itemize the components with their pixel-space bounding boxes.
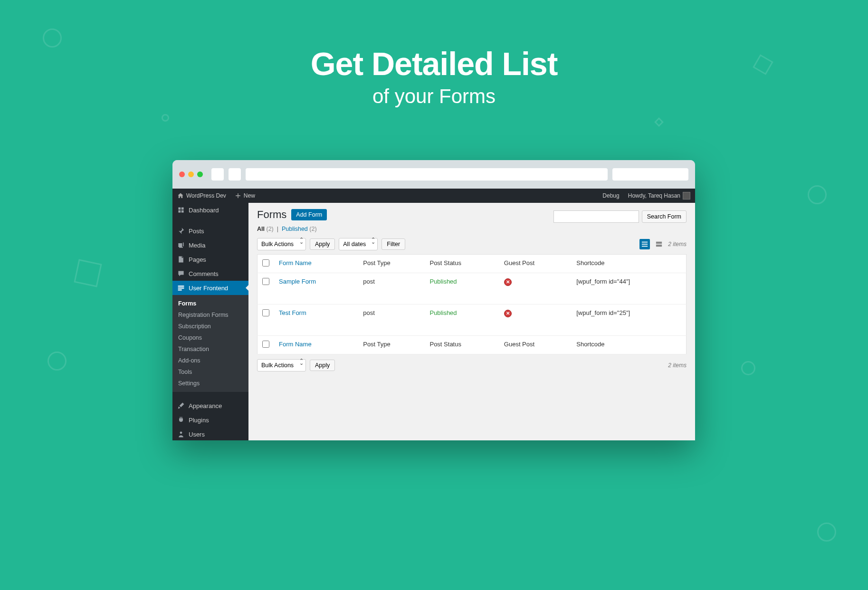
- col-post-status: Post Status: [425, 255, 499, 273]
- submenu-addons[interactable]: Add-ons: [172, 355, 248, 366]
- sidebar-item-label: Plugins: [189, 417, 209, 424]
- user-icon: [177, 430, 185, 438]
- comment-icon: [177, 270, 185, 277]
- row-post-type: post: [358, 305, 425, 336]
- admin-sidebar: Dashboard Posts Media Pages Comments U: [172, 189, 248, 440]
- sidebar-item-appearance[interactable]: Appearance: [172, 399, 248, 413]
- brush-icon: [177, 402, 185, 409]
- row-shortcode: [wpuf_form id="25"]: [572, 305, 686, 336]
- col-guest-post: Guest Post: [499, 255, 572, 273]
- submenu-forms[interactable]: Forms: [172, 298, 248, 309]
- address-bar[interactable]: [246, 168, 608, 181]
- sidebar-item-label: User Frontend: [189, 285, 228, 292]
- sidebar-item-media[interactable]: Media: [172, 238, 248, 252]
- sidebar-item-label: Comments: [189, 270, 219, 277]
- sidebar-item-label: Posts: [189, 228, 204, 235]
- row-post-type: post: [358, 273, 425, 305]
- svg-rect-6: [642, 246, 648, 247]
- sidebar-item-dashboard[interactable]: Dashboard: [172, 203, 248, 217]
- svg-rect-5: [642, 244, 648, 245]
- submenu-registration-forms[interactable]: Registration Forms: [172, 309, 248, 321]
- row-post-status: Published: [429, 278, 457, 285]
- search-form-button[interactable]: Search Form: [642, 210, 687, 223]
- sidebar-item-label: Pages: [189, 256, 206, 263]
- svg-rect-4: [642, 242, 648, 243]
- page-title: Forms: [257, 209, 286, 221]
- sidebar-item-comments[interactable]: Comments: [172, 266, 248, 281]
- form-name-link[interactable]: Sample Form: [279, 278, 316, 285]
- table-row: Test Form post Published ✕ [wpuf_form id…: [258, 305, 687, 336]
- avatar-icon: [683, 192, 690, 200]
- table-row: Sample Form post Published ✕ [wpuf_form …: [258, 273, 687, 305]
- nav-back-button[interactable]: [211, 168, 224, 181]
- svg-rect-0: [178, 285, 184, 286]
- select-all-checkbox-footer[interactable]: [262, 341, 269, 348]
- filter-published[interactable]: Published: [282, 226, 308, 232]
- sidebar-item-users[interactable]: Users: [172, 427, 248, 440]
- sidebar-item-label: Dashboard: [189, 207, 219, 214]
- adminbar-new-label: New: [244, 192, 255, 199]
- view-list-icon[interactable]: [639, 239, 650, 249]
- items-count: 2 items: [668, 241, 687, 247]
- sidebar-item-plugins[interactable]: Plugins: [172, 413, 248, 427]
- filter-button[interactable]: Filter: [382, 238, 405, 250]
- forms-table: Form Name Post Type Post Status Guest Po…: [257, 254, 687, 354]
- sidebar-item-label: Media: [189, 242, 205, 249]
- sidebar-item-label: Users: [189, 431, 205, 438]
- adminbar-howdy-label: Howdy, Tareq Hasan: [628, 192, 680, 199]
- row-checkbox[interactable]: [262, 309, 269, 316]
- close-dot-icon[interactable]: [179, 171, 185, 177]
- pin-icon: [177, 227, 185, 235]
- dates-select[interactable]: All dates: [339, 238, 378, 250]
- submenu-settings[interactable]: Settings: [172, 378, 248, 389]
- hero-subtitle: of your Forms: [0, 85, 868, 108]
- adminbar-debug[interactable]: Debug: [602, 192, 619, 199]
- col-post-type: Post Type: [358, 336, 425, 354]
- guest-post-no-icon: ✕: [504, 278, 512, 286]
- select-all-checkbox[interactable]: [262, 259, 269, 266]
- browser-window: WordPress Dev New Debug Howdy, Tareq Has…: [172, 160, 695, 440]
- apply-button[interactable]: Apply: [310, 238, 335, 250]
- row-checkbox[interactable]: [262, 278, 269, 285]
- submenu-tools[interactable]: Tools: [172, 366, 248, 378]
- adminbar-new[interactable]: New: [235, 192, 255, 199]
- form-name-link[interactable]: Test Form: [279, 309, 306, 316]
- submenu-subscription[interactable]: Subscription: [172, 321, 248, 332]
- bulk-actions-select-bottom[interactable]: Bulk Actions: [257, 359, 306, 371]
- view-excerpt-icon[interactable]: [654, 239, 664, 249]
- bulk-actions-select[interactable]: Bulk Actions: [257, 238, 306, 250]
- plug-icon: [177, 416, 185, 424]
- adminbar-site[interactable]: WordPress Dev: [177, 192, 226, 199]
- adminbar-account[interactable]: Howdy, Tareq Hasan: [628, 192, 690, 200]
- hero: Get Detailed List of your Forms: [0, 0, 868, 108]
- svg-rect-2: [178, 289, 182, 290]
- svg-rect-8: [656, 245, 662, 247]
- apply-button-bottom[interactable]: Apply: [310, 360, 335, 371]
- filter-all[interactable]: All: [257, 226, 265, 232]
- plus-icon: [235, 192, 241, 199]
- minimize-dot-icon[interactable]: [188, 171, 194, 177]
- search-input[interactable]: [553, 210, 639, 223]
- submenu-transaction[interactable]: Transaction: [172, 343, 248, 355]
- add-form-button[interactable]: Add Form: [291, 209, 327, 220]
- col-form-name[interactable]: Form Name: [279, 259, 312, 266]
- sidebar-item-pages[interactable]: Pages: [172, 252, 248, 266]
- row-shortcode: [wpuf_form id="44"]: [572, 273, 686, 305]
- submenu-coupons[interactable]: Coupons: [172, 332, 248, 343]
- svg-point-3: [180, 431, 182, 434]
- col-form-name[interactable]: Form Name: [279, 341, 312, 348]
- page-icon: [177, 256, 185, 263]
- browser-search[interactable]: [612, 168, 688, 181]
- filter-published-count: (2): [309, 226, 316, 232]
- sidebar-item-label: Appearance: [189, 402, 222, 409]
- sidebar-item-user-frontend[interactable]: User Frontend: [172, 281, 248, 295]
- hero-title: Get Detailed List: [0, 45, 868, 82]
- sidebar-item-posts[interactable]: Posts: [172, 224, 248, 238]
- row-post-status: Published: [429, 309, 457, 316]
- nav-forward-button[interactable]: [229, 168, 241, 181]
- filter-all-count: (2): [266, 226, 273, 232]
- dashboard-icon: [177, 206, 185, 214]
- filter-links: All (2) | Published (2): [257, 226, 687, 232]
- sidebar-submenu: Forms Registration Forms Subscription Co…: [172, 295, 248, 392]
- zoom-dot-icon[interactable]: [197, 171, 203, 177]
